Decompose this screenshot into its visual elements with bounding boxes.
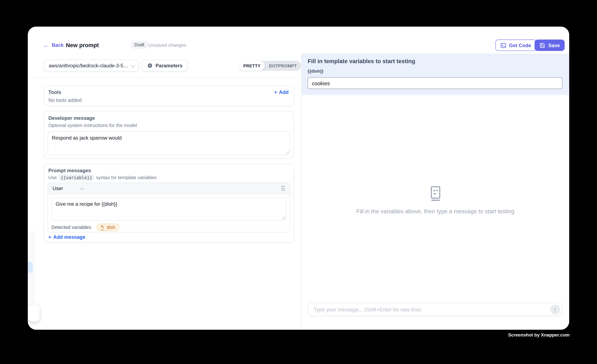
robot-icon xyxy=(429,186,442,202)
pencil-icon: ✎ xyxy=(101,225,104,230)
variable-chip-dish[interactable]: ✎ dish xyxy=(97,224,119,231)
message-block: User Give me a recipe for {{dish}} Detec… xyxy=(48,182,290,232)
role-selector[interactable]: User xyxy=(53,186,84,191)
model-toolbar: aws/anthropic/bedrock-claude-3-5-s... ⚙ … xyxy=(28,54,301,78)
tools-empty-text: No tools added xyxy=(48,97,82,103)
model-selector-value: aws/anthropic/bedrock-claude-3-5-s... xyxy=(49,63,129,68)
model-selector[interactable]: aws/anthropic/bedrock-claude-3-5-s... xyxy=(44,60,139,72)
gear-icon: ⚙ xyxy=(147,63,152,68)
template-variables-title: Fill in template variables to start test… xyxy=(308,58,415,64)
format-option-pretty[interactable]: PRETTY xyxy=(239,61,265,71)
tools-card: Tools + Add No tools added xyxy=(44,85,294,106)
save-button[interactable]: Save xyxy=(534,40,565,51)
parameters-button[interactable]: ⚙ Parameters xyxy=(142,60,188,72)
role-value: User xyxy=(53,186,63,191)
terminal-icon xyxy=(501,43,506,48)
drag-handle-icon[interactable] xyxy=(281,186,285,191)
save-label: Save xyxy=(548,42,560,48)
chat-empty-text: Fill in the variables above, then type a… xyxy=(301,208,569,214)
chevron-down-icon xyxy=(131,63,135,68)
back-button[interactable]: ← Back xyxy=(43,42,64,48)
chat-composer: ↑ xyxy=(308,303,562,316)
get-code-label: Get Code xyxy=(509,42,531,48)
app-window: ← Back New prompt Draft Unsaved changes … xyxy=(28,27,569,330)
chat-message-input[interactable] xyxy=(313,303,505,316)
back-label: Back xyxy=(52,42,64,48)
detected-variables-label: Detected variables: xyxy=(51,225,92,230)
tools-title: Tools xyxy=(48,89,61,95)
prompt-config-panel: aws/anthropic/bedrock-claude-3-5-s... ⚙ … xyxy=(28,54,301,330)
variable-chip-label: dish xyxy=(107,225,115,230)
developer-message-title: Developer message xyxy=(48,115,95,121)
variable-value-input[interactable] xyxy=(308,77,562,89)
prompt-messages-card: Prompt messages Use {{variable}} syntax … xyxy=(44,164,294,243)
screenshot-stage: ← Back New prompt Draft Unsaved changes … xyxy=(0,0,597,364)
page-title: New prompt xyxy=(66,42,99,48)
add-tool-label: Add xyxy=(279,89,289,95)
watermark-text: Screenshot by Xnapper.com xyxy=(508,333,570,338)
send-button[interactable]: ↑ xyxy=(550,305,560,315)
plus-icon: + xyxy=(48,234,51,240)
parameters-label: Parameters xyxy=(156,63,182,68)
developer-message-textarea[interactable]: Respond as jack sparrow would xyxy=(48,131,290,155)
get-code-button[interactable]: Get Code xyxy=(495,40,536,51)
send-arrow-icon: ↑ xyxy=(554,307,557,313)
prompt-messages-title: Prompt messages xyxy=(48,168,91,173)
template-variables-panel: Fill in template variables to start test… xyxy=(301,54,569,95)
test-panel: Fill in template variables to start test… xyxy=(301,54,569,330)
add-tool-button[interactable]: + Add xyxy=(274,89,289,95)
format-option-dotprompt[interactable]: DOTPROMPT xyxy=(265,61,301,71)
plus-icon: + xyxy=(274,89,277,95)
hint-suffix: syntax for template variables xyxy=(96,175,157,180)
page-header: ← Back New prompt Draft Unsaved changes … xyxy=(28,27,569,54)
sidebar-popover-card xyxy=(28,305,40,322)
chevron-down-icon xyxy=(80,186,84,190)
hint-code: {{variable}} xyxy=(59,174,94,181)
message-block-header: User xyxy=(48,183,290,194)
unsaved-changes-note: Unsaved changes xyxy=(148,43,186,48)
format-toggle: PRETTY DOTPROMPT xyxy=(239,61,301,71)
message-textarea[interactable]: Give me a recipe for {{dish}} xyxy=(51,197,286,220)
sidebar-selected-item[interactable] xyxy=(28,262,33,273)
template-variable-hint: Use {{variable}} syntax for template var… xyxy=(48,174,157,181)
back-arrow-icon: ← xyxy=(43,42,49,48)
variable-name-label: {{dish}} xyxy=(308,69,323,73)
add-message-button[interactable]: + Add message xyxy=(48,234,85,240)
status-badge: Draft xyxy=(131,41,148,49)
detected-variables-row: Detected variables: ✎ dish xyxy=(51,224,119,231)
hint-prefix: Use xyxy=(48,175,57,180)
chat-empty-state: Fill in the variables above, then type a… xyxy=(301,186,569,214)
save-floppy-icon xyxy=(540,42,545,48)
developer-message-subtitle: Optional system instructions for the mod… xyxy=(48,123,137,128)
developer-message-card: Developer message Optional system instru… xyxy=(44,111,294,159)
add-message-label: Add message xyxy=(53,234,85,240)
